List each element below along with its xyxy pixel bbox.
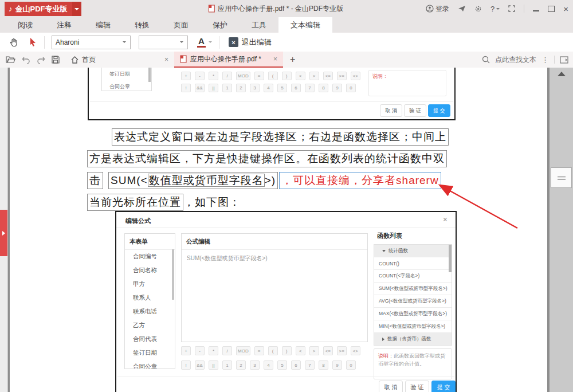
redo-button[interactable] — [37, 56, 45, 64]
operator-key[interactable]: = — [254, 72, 264, 80]
toggle-panel-icon[interactable] — [560, 56, 568, 64]
operator-key[interactable]: 9 — [332, 84, 342, 92]
ribbon-tab-tools[interactable]: 工具 — [240, 17, 278, 33]
help-button[interactable]: ? — [490, 5, 500, 13]
hand-tool-button[interactable] — [9, 37, 19, 47]
operator-key[interactable]: 3 — [250, 84, 260, 92]
function-item[interactable]: AVG(<数值型或货币型字段名>) — [374, 295, 452, 308]
app-menu-dropdown[interactable] — [72, 2, 81, 16]
select-tool-button[interactable] — [29, 37, 37, 47]
operator-key[interactable]: / — [222, 346, 232, 355]
form-field-item[interactable]: 合同代表 — [125, 332, 175, 346]
operator-key[interactable]: <> — [351, 346, 360, 355]
form-field-item[interactable]: 甲方 — [125, 277, 175, 291]
operator-key[interactable]: 5 — [277, 84, 287, 92]
app-menu-button[interactable]: ♪ 金山PDF专业版 — [5, 2, 81, 16]
operator-key[interactable]: 3 — [250, 360, 260, 370]
new-tab-button[interactable]: + — [283, 52, 302, 68]
ribbon-tab-annotate[interactable]: 注释 — [45, 17, 84, 33]
operator-key[interactable]: 5 — [277, 360, 287, 370]
vertical-scrollbar[interactable] — [550, 68, 573, 392]
cancel-button[interactable]: 取 消 — [380, 104, 402, 117]
tab-home[interactable]: 首页 × — [65, 52, 174, 68]
feedback-button[interactable] — [458, 5, 466, 12]
operator-key[interactable]: > — [309, 72, 319, 80]
operator-key[interactable]: + — [181, 346, 191, 355]
form-field-item[interactable]: 合同编号 — [125, 250, 175, 264]
operator-key[interactable]: && — [195, 360, 205, 370]
operator-key[interactable]: && — [195, 84, 205, 92]
operator-key[interactable]: 0 — [346, 84, 356, 92]
operator-key[interactable]: 8 — [319, 360, 328, 370]
close-tab-icon[interactable]: × — [164, 56, 168, 64]
font-family-select[interactable]: Aharoni — [52, 36, 131, 49]
operator-key[interactable]: 1 — [222, 360, 232, 370]
operator-key[interactable]: || — [209, 360, 218, 370]
text-block[interactable]: 表达式定义窗口最左边是字段选择区；右边是函数选择区；中间上 — [112, 128, 449, 146]
operator-key[interactable]: ( — [268, 72, 278, 80]
operator-key[interactable]: ! — [181, 84, 191, 92]
submit-button[interactable]: 提 交 — [428, 104, 450, 117]
font-size-select[interactable] — [139, 36, 188, 49]
operator-key[interactable]: <> — [351, 72, 360, 80]
minimize-button[interactable] — [533, 6, 539, 11]
ribbon-tab-text-edit[interactable]: 文本编辑 — [278, 17, 332, 33]
operator-key[interactable]: ) — [282, 346, 292, 355]
function-item[interactable]: MIN(<数值型或货币型字段名>) — [374, 320, 452, 333]
formula-editor-value[interactable]: SUM(<数值型或货币型字段名>) — [182, 250, 367, 262]
chevron-down-icon[interactable] — [209, 41, 212, 43]
scrollbar-thumb[interactable] — [551, 167, 572, 188]
submit-button[interactable]: 提 交 — [431, 381, 456, 392]
ribbon-tab-edit[interactable]: 编辑 — [84, 17, 123, 33]
dialog-close-icon[interactable]: × — [443, 215, 448, 224]
text-block[interactable]: 击 — [87, 172, 103, 189]
operator-key[interactable]: 4 — [264, 360, 273, 370]
scroll-up-arrow-icon[interactable] — [558, 72, 566, 76]
operator-key[interactable]: >= — [337, 346, 347, 355]
operator-key[interactable]: 6 — [291, 84, 301, 92]
operator-key[interactable]: ( — [268, 346, 278, 355]
more-options-icon[interactable]: ⋮ — [541, 56, 549, 64]
edited-red-text[interactable]: ，可以直接编，分享者sharerw — [279, 172, 441, 189]
operator-key[interactable]: MOD — [236, 346, 250, 355]
operator-key[interactable]: * — [209, 346, 218, 355]
operator-key[interactable]: 8 — [319, 84, 328, 92]
fullscreen-button[interactable] — [508, 5, 515, 12]
operator-key[interactable]: < — [296, 72, 305, 80]
form-field-item[interactable]: 签订日期 — [125, 346, 175, 360]
text-block[interactable]: 方是表达式编辑区，下方是快捷键操作区。在函数列表的统计函数中双 — [87, 150, 447, 167]
operator-key[interactable]: 4 — [264, 84, 273, 92]
operator-key[interactable]: 9 — [332, 360, 342, 370]
operator-key[interactable]: > — [309, 346, 319, 355]
cancel-button[interactable]: 取 消 — [379, 381, 403, 392]
font-color-button[interactable]: A — [197, 37, 206, 48]
operator-key[interactable]: 0 — [346, 360, 356, 370]
close-button[interactable]: × — [563, 5, 568, 13]
ribbon-tab-read[interactable]: 阅读 — [6, 17, 45, 33]
scrollbar-thumb[interactable] — [172, 249, 174, 300]
ribbon-tab-page[interactable]: 页面 — [162, 17, 201, 33]
operator-key[interactable]: 2 — [236, 84, 246, 92]
operator-key[interactable]: <= — [323, 72, 333, 80]
text-block[interactable]: SUM(<数值型或货币型字段名>) — [108, 172, 278, 189]
operator-key[interactable]: >= — [337, 72, 347, 80]
save-button[interactable] — [52, 56, 60, 64]
function-item[interactable]: SUM(<数值型或货币型字段名>) — [374, 283, 452, 295]
function-group-statistics[interactable]: 统计函数 — [374, 245, 452, 257]
maximize-button[interactable] — [548, 6, 555, 12]
open-file-button[interactable] — [6, 56, 15, 64]
form-field-item[interactable]: 合同公章 — [125, 360, 175, 369]
operator-key[interactable]: 1 — [222, 84, 232, 92]
operator-key[interactable]: || — [209, 84, 218, 92]
function-item[interactable]: COUNT() — [374, 257, 452, 270]
ribbon-tab-protect[interactable]: 保护 — [201, 17, 240, 33]
find-text-button[interactable]: 点此查找文本 — [495, 55, 536, 65]
operator-key[interactable]: 2 — [236, 360, 246, 370]
form-field-item[interactable]: 合同名称 — [125, 264, 175, 277]
operator-key[interactable]: ! — [181, 360, 191, 370]
ribbon-tab-convert[interactable]: 转换 — [123, 17, 162, 33]
function-item[interactable]: MAX(<数值型或货币型字段名>) — [374, 308, 452, 320]
login-button[interactable]: 登录 — [426, 4, 449, 14]
operator-key[interactable]: <= — [323, 346, 333, 355]
operator-key[interactable]: - — [195, 346, 205, 355]
